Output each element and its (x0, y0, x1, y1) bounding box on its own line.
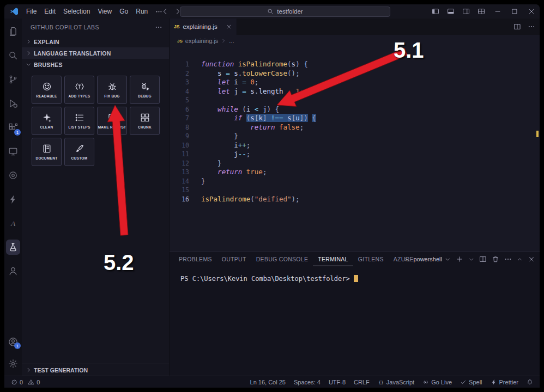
line-number: 4 (170, 87, 189, 96)
activity-extensions[interactable]: 1 (4, 115, 22, 139)
brush-fix-bug[interactable]: FIX BUG (97, 76, 127, 104)
problems-status[interactable]: 0 0 (11, 379, 40, 385)
code-text: i++; (189, 141, 250, 150)
code-lines[interactable]: 1function isPalindrome(s) {2 s = s.toLow… (170, 47, 540, 204)
panel-tab-gitlens[interactable]: GITLENS (353, 252, 389, 266)
shell-selector[interactable]: powershell (404, 256, 451, 262)
maximize-panel-chevron-icon[interactable] (517, 256, 523, 262)
activity-remote-explorer[interactable] (4, 139, 22, 163)
brush-make-robust[interactable]: MAKE ROBUST (97, 107, 127, 135)
brush-readable[interactable]: READABLE (32, 76, 62, 104)
status-ln-16-col-25[interactable]: Ln 16, Col 25 (250, 379, 286, 385)
minimize-button[interactable] (489, 4, 506, 19)
kill-terminal-trash-icon[interactable] (492, 255, 499, 263)
toggle-sidebar-icon[interactable] (428, 4, 443, 19)
activity-settings[interactable] (4, 353, 22, 375)
new-terminal-icon[interactable] (456, 255, 463, 263)
status-utf-8[interactable]: UTF-8 (329, 379, 346, 385)
brush-list-steps[interactable]: LIST STEPS (64, 107, 94, 135)
more-actions-icon[interactable] (528, 23, 535, 30)
activity-thunder-client[interactable] (4, 187, 22, 211)
section-brushes[interactable]: BRUSHES (22, 59, 169, 70)
code-text: s = s.toLowerCase(); (189, 69, 300, 78)
javascript-file-icon: JS (174, 24, 179, 29)
brush-clean[interactable]: CLEAN (32, 107, 62, 135)
activity-source-control[interactable] (4, 68, 22, 91)
split-editor-icon[interactable] (513, 23, 521, 30)
code-line: 2 s = s.toLowerCase(); (170, 69, 540, 78)
brush-document[interactable]: DOCUMENT (32, 138, 62, 166)
activity-run-and-debug[interactable] (4, 91, 22, 115)
activity-copilot-labs[interactable] (4, 235, 22, 259)
panel-tab-debug-console[interactable]: DEBUG CONSOLE (251, 252, 313, 266)
menu-edit[interactable]: Edit (40, 5, 59, 18)
toggle-secondary-sidebar-icon[interactable] (458, 4, 474, 19)
line-number: 12 (170, 159, 189, 168)
code-line: 10 i++; (170, 141, 540, 150)
back-arrow-icon[interactable] (161, 8, 169, 15)
menu-selection[interactable]: Selection (59, 5, 94, 18)
menu-view[interactable]: View (94, 5, 116, 18)
menu-run[interactable]: Run (132, 5, 152, 18)
activity-explorer[interactable] (4, 20, 22, 44)
book-icon (42, 144, 52, 154)
maximize-button[interactable] (506, 4, 523, 19)
more-actions-icon[interactable] (504, 255, 512, 263)
panel-tab-terminal[interactable]: TERMINAL (313, 252, 353, 266)
code-line: 3 let i = 0; (170, 78, 540, 87)
section-test-generation[interactable]: TEST GENERATION (22, 364, 169, 376)
close-window-button[interactable] (523, 4, 540, 19)
menu-file[interactable]: File (22, 5, 40, 18)
code-line: 9 } (170, 132, 540, 141)
code-text: let j = s.length - 1; (189, 87, 304, 96)
customize-layout-icon[interactable] (474, 4, 489, 19)
brush-debug[interactable]: DEBUG (130, 76, 160, 104)
sidebar-header: GITHUB COPILOT LABS (22, 19, 169, 36)
terminal-output[interactable]: PS C:\Users\Kevin Comba\Desktop\testfold… (170, 266, 540, 283)
close-tab-icon[interactable] (226, 23, 232, 30)
status-go-live[interactable]: Go Live (422, 379, 452, 385)
breadcrumb-symbol[interactable]: ... (229, 38, 234, 44)
activity-search[interactable] (4, 44, 22, 68)
status-spell[interactable]: Spell (460, 379, 482, 385)
breadcrumb-file[interactable]: explaining.js (185, 38, 219, 44)
code-line: 13 return true; (170, 168, 540, 177)
section-language-translation[interactable]: LANGUAGE TRANSLATION (22, 47, 169, 59)
brush-label: MAKE ROBUST (98, 125, 126, 129)
activity-live-server[interactable] (4, 163, 22, 187)
panel-tab-output[interactable]: OUTPUT (217, 252, 251, 266)
line-number: 3 (170, 78, 189, 87)
warning-count: 0 (37, 379, 40, 385)
section-explain[interactable]: EXPLAIN (22, 36, 169, 47)
brush-chunk[interactable]: CHUNK (130, 107, 160, 135)
vscode-window: FileEditSelectionViewGoRun testfolder 1A… (4, 4, 540, 388)
close-panel-icon[interactable] (528, 255, 535, 263)
menu-go[interactable]: Go (116, 5, 132, 18)
activity-accounts[interactable]: 1 (4, 331, 22, 353)
command-center-search[interactable]: testfolder (180, 7, 390, 17)
brush-add-types[interactable]: ADD TYPES (64, 76, 94, 104)
terminal-prompt: PS C:\Users\Kevin Comba\Desktop\testfold… (180, 275, 350, 283)
panel-tab-problems[interactable]: PROBLEMS (174, 252, 217, 266)
activity-azure[interactable]: A (4, 211, 22, 235)
breadcrumb[interactable]: JS explaining.js ... (170, 35, 540, 47)
tab-explaining-js[interactable]: JS explaining.js (170, 19, 237, 35)
status-crlf[interactable]: CRLF (354, 379, 370, 385)
more-actions-icon[interactable] (155, 23, 162, 31)
activity-people[interactable] (4, 259, 22, 283)
errors-icon (11, 379, 17, 385)
status-bell[interactable] (527, 379, 533, 385)
editor-area: JS explaining.js JS explaining.js ... 1f… (170, 19, 540, 252)
section-label: BRUSHES (34, 62, 63, 68)
badge: 1 (14, 342, 21, 349)
status-spaces-4[interactable]: Spaces: 4 (294, 379, 321, 385)
launch-profile-chevron-icon[interactable] (468, 256, 474, 262)
toggle-panel-icon[interactable] (443, 4, 458, 19)
status-javascript[interactable]: {}JavaScript (378, 379, 414, 385)
brush-custom[interactable]: CUSTOM (64, 138, 94, 166)
check-icon (460, 379, 467, 385)
split-terminal-icon[interactable] (479, 255, 487, 263)
status-prettier[interactable]: Prettier (491, 379, 518, 385)
tab-label: explaining.js (183, 23, 217, 30)
brush-label: CLEAN (40, 125, 53, 129)
